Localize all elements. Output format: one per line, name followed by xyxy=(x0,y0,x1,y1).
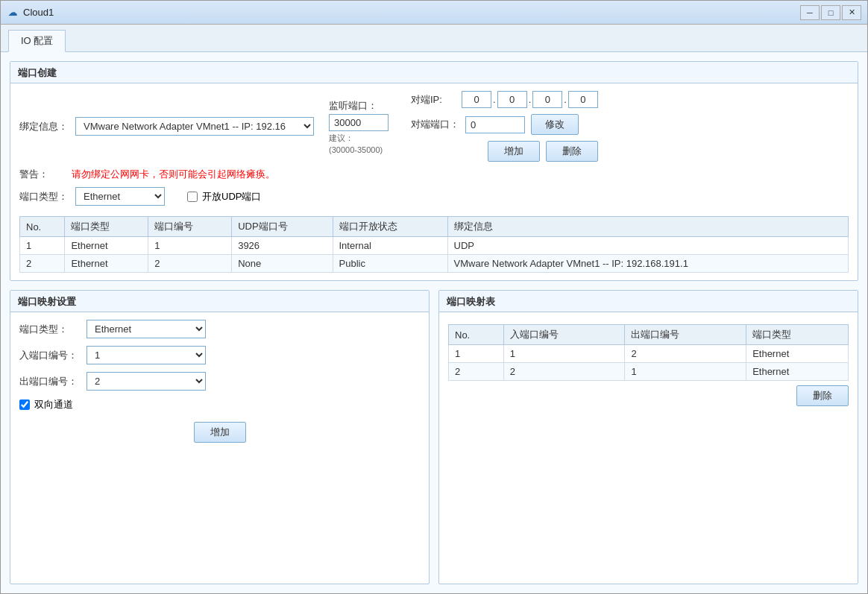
app-icon: ☁ xyxy=(7,7,19,19)
listen-port-input[interactable] xyxy=(329,114,389,131)
pm-out-row: 出端口编号： 2 xyxy=(19,372,420,391)
close-button[interactable]: ✕ xyxy=(842,5,861,20)
col-bind: 绑定信息 xyxy=(447,217,848,237)
table-cell-num: 2 xyxy=(148,255,232,273)
suggest-range: (30000-35000) xyxy=(329,145,389,154)
remote-ip-row: 对端IP: . . . xyxy=(411,91,598,108)
bidirectional-row: 双向通道 xyxy=(19,398,420,411)
remote-ip-label: 对端IP: xyxy=(411,93,456,107)
titlebar: ☁ Cloud1 ─ □ ✕ xyxy=(1,1,867,25)
mt-cell-in: 1 xyxy=(503,345,625,363)
table-row[interactable]: 221Ethernet xyxy=(449,363,849,381)
remote-group: 对端IP: . . . 对端 xyxy=(411,91,598,162)
table-cell-num: 1 xyxy=(148,237,232,255)
bind-row: 绑定信息： VMware Network Adapter VMnet1 -- I… xyxy=(19,91,849,162)
pm-out-label: 出端口编号： xyxy=(19,375,79,388)
table-row[interactable]: 2Ethernet2NonePublicVMware Network Adapt… xyxy=(20,255,849,273)
col-udp: UDP端口号 xyxy=(232,217,333,237)
bidirectional-checkbox[interactable] xyxy=(19,399,30,410)
mt-cell-in: 2 xyxy=(503,363,625,381)
port-type-label: 端口类型： xyxy=(19,190,68,203)
remote-port-row: 对端端口： 修改 xyxy=(411,114,598,135)
table-cell-status: Public xyxy=(333,255,447,273)
ip-part-2[interactable] xyxy=(497,91,527,108)
col-no: No. xyxy=(20,217,65,237)
tab-io-config[interactable]: IO 配置 xyxy=(8,30,66,52)
port-mapping-table-title: 端口映射表 xyxy=(439,291,858,312)
add-del-row: 增加 删除 xyxy=(411,141,598,162)
udp-checkbox[interactable] xyxy=(187,192,198,202)
col-type: 端口类型 xyxy=(65,217,148,237)
pm-in-label: 入端口编号： xyxy=(19,349,79,362)
table-cell-bind: VMware Network Adapter VMnet1 -- IP: 192… xyxy=(447,255,848,273)
pm-add-row: 增加 xyxy=(19,422,420,443)
pm-in-select[interactable]: 1 xyxy=(87,346,206,364)
table-cell-no: 1 xyxy=(20,237,65,255)
col-num: 端口编号 xyxy=(148,217,232,237)
table-row[interactable]: 112Ethernet xyxy=(449,345,849,363)
ip-part-3[interactable] xyxy=(532,91,562,108)
pm-add-button[interactable]: 增加 xyxy=(194,422,246,443)
mt-cell-type: Ethernet xyxy=(746,345,849,363)
port-creation-title: 端口创建 xyxy=(10,62,858,83)
mt-del-row: 删除 xyxy=(448,381,849,406)
remote-port-label: 对端端口： xyxy=(411,118,459,131)
table-cell-type: Ethernet xyxy=(65,237,148,255)
port-mapping-table-section: 端口映射表 No. 入端口编号 出端口编号 端口类型 112Ether xyxy=(438,290,858,584)
mt-col-in: 入端口编号 xyxy=(503,325,625,345)
port-type-row: 端口类型： Ethernet 开放UDP端口 xyxy=(19,187,849,206)
main-content: 端口创建 绑定信息： VMware Network Adapter VMnet1… xyxy=(1,52,867,593)
pm-type-select[interactable]: Ethernet xyxy=(87,320,206,338)
warning-label: 警告： xyxy=(19,168,64,181)
col-status: 端口开放状态 xyxy=(333,217,447,237)
pm-type-row: 端口类型： Ethernet xyxy=(19,320,420,338)
table-cell-udp: None xyxy=(232,255,333,273)
listen-label: 监听端口： xyxy=(329,99,389,113)
mt-delete-button[interactable]: 删除 xyxy=(796,385,849,406)
table-row[interactable]: 1Ethernet13926InternalUDP xyxy=(20,237,849,255)
mt-cell-no: 1 xyxy=(449,345,504,363)
add-button[interactable]: 增加 xyxy=(488,141,540,162)
table-cell-bind: UDP xyxy=(447,237,848,255)
mt-cell-out: 1 xyxy=(625,363,746,381)
remote-port-input[interactable] xyxy=(465,116,525,133)
table-cell-type: Ethernet xyxy=(65,255,148,273)
mapping-table: No. 入端口编号 出端口编号 端口类型 112Ethernet221Ether… xyxy=(448,324,849,381)
port-mapping-settings-title: 端口映射设置 xyxy=(10,291,429,312)
ip-part-1[interactable] xyxy=(462,91,491,108)
tabbar: IO 配置 xyxy=(1,25,867,52)
listen-port-group: 监听端口： 建议： (30000-35000) xyxy=(329,99,389,154)
port-type-select[interactable]: Ethernet xyxy=(75,187,165,206)
minimize-button[interactable]: ─ xyxy=(800,5,820,20)
warning-text: 请勿绑定公网网卡，否则可能会引起网络瘫痪。 xyxy=(72,168,275,181)
udp-checkbox-row: 开放UDP端口 xyxy=(187,190,261,203)
modify-button[interactable]: 修改 xyxy=(531,114,579,135)
pm-in-row: 入端口编号： 1 xyxy=(19,346,420,364)
table-cell-status: Internal xyxy=(333,237,447,255)
port-mapping-table-body: No. 入端口编号 出端口编号 端口类型 112Ethernet221Ether… xyxy=(439,312,858,414)
mt-cell-no: 2 xyxy=(449,363,504,381)
window-title: Cloud1 xyxy=(23,7,800,18)
warning-row: 警告： 请勿绑定公网网卡，否则可能会引起网络瘫痪。 xyxy=(19,168,849,181)
table-cell-no: 2 xyxy=(20,255,65,273)
bind-select[interactable]: VMware Network Adapter VMnet1 -- IP: 192… xyxy=(75,117,314,136)
pm-type-label: 端口类型： xyxy=(19,323,79,336)
port-creation-section: 端口创建 绑定信息： VMware Network Adapter VMnet1… xyxy=(10,61,858,281)
mt-col-no: No. xyxy=(449,325,504,345)
bidirectional-label: 双向通道 xyxy=(34,398,73,411)
pm-out-select[interactable]: 2 xyxy=(87,372,206,391)
suggest-label: 建议： xyxy=(329,133,389,144)
port-mapping-settings-section: 端口映射设置 端口类型： Ethernet 入端口编号： 1 xyxy=(10,290,430,584)
delete-button[interactable]: 删除 xyxy=(546,141,598,162)
bind-label: 绑定信息： xyxy=(19,120,68,133)
port-creation-body: 绑定信息： VMware Network Adapter VMnet1 -- I… xyxy=(10,83,858,280)
mt-col-out: 出端口编号 xyxy=(625,325,746,345)
mt-cell-out: 2 xyxy=(625,345,746,363)
window-controls: ─ □ ✕ xyxy=(800,5,861,20)
port-table: No. 端口类型 端口编号 UDP端口号 端口开放状态 绑定信息 1Ethern… xyxy=(19,216,849,273)
table-cell-udp: 3926 xyxy=(232,237,333,255)
mt-col-type: 端口类型 xyxy=(746,325,849,345)
maximize-button[interactable]: □ xyxy=(821,5,840,20)
main-window: ☁ Cloud1 ─ □ ✕ IO 配置 端口创建 绑定信息： VMware N… xyxy=(0,0,868,594)
ip-part-4[interactable] xyxy=(568,91,598,108)
